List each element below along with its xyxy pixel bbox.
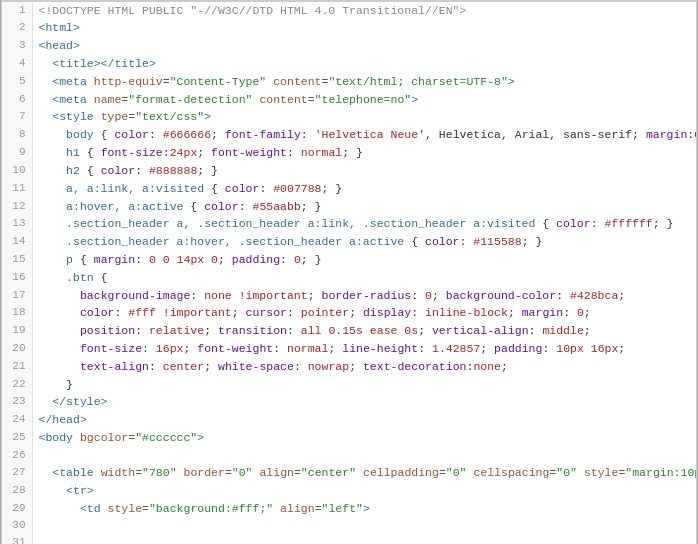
table-row: 7 <style type="text/css">: [2, 108, 696, 126]
line-content: <body bgcolor="#cccccc">: [32, 429, 696, 447]
line-number: 10: [2, 162, 32, 180]
code-table: 1 <!DOCTYPE HTML PUBLIC "-//W3C//DTD HTM…: [2, 2, 696, 544]
line-number: 16: [2, 269, 32, 287]
table-row: 9 h1 { font-size:24px; font-weight: norm…: [2, 144, 696, 162]
line-content: <style type="text/css">: [32, 108, 696, 126]
line-number: 28: [2, 482, 32, 500]
line-content: .btn {: [32, 269, 696, 287]
line-content: h2 { color: #888888; }: [32, 162, 696, 180]
line-number: 3: [2, 37, 32, 55]
table-row: 12 a:hover, a:active { color: #55aabb; }: [2, 198, 696, 216]
table-row: 2 <html>: [2, 19, 696, 37]
table-row: 17 background-image: none !important; bo…: [2, 287, 696, 305]
line-content: [32, 447, 696, 464]
line-content: h1 { font-size:24px; font-weight: normal…: [32, 144, 696, 162]
line-content: </head>: [32, 411, 696, 429]
line-number: 13: [2, 215, 32, 233]
line-content: a, a:link, a:visited { color: #007788; }: [32, 180, 696, 198]
table-row: 29 <td style="background:#fff;" align="l…: [2, 500, 696, 518]
line-content: font-size: 16px; font-weight: normal; li…: [32, 340, 696, 358]
table-row: 27 <table width="780" border="0" align="…: [2, 464, 696, 482]
table-row: 31: [2, 534, 696, 544]
table-row: 21 text-align: center; white-space: nowr…: [2, 358, 696, 376]
line-number: 29: [2, 500, 32, 518]
line-content: <table width="780" border="0" align="cen…: [32, 464, 696, 482]
line-number: 5: [2, 73, 32, 91]
line-content: <meta name="format-detection" content="t…: [32, 91, 696, 109]
table-row: 10 h2 { color: #888888; }: [2, 162, 696, 180]
line-number: 24: [2, 411, 32, 429]
line-number: 18: [2, 304, 32, 322]
line-number: 14: [2, 233, 32, 251]
line-content: [32, 517, 696, 534]
line-content: <!DOCTYPE HTML PUBLIC "-//W3C//DTD HTML …: [32, 2, 696, 20]
table-row: 3 <head>: [2, 37, 696, 55]
line-content: <html>: [32, 19, 696, 37]
line-content: <title></title>: [32, 55, 696, 73]
table-row: 28 <tr>: [2, 482, 696, 500]
line-number: 2: [2, 19, 32, 37]
line-number: 19: [2, 322, 32, 340]
table-row: 6 <meta name="format-detection" content=…: [2, 91, 696, 109]
line-content: a:hover, a:active { color: #55aabb; }: [32, 198, 696, 216]
line-number: 15: [2, 251, 32, 269]
line-content: .section_header a:hover, .section_header…: [32, 233, 696, 251]
line-number: 17: [2, 287, 32, 305]
line-number: 4: [2, 55, 32, 73]
table-row: 24 </head>: [2, 411, 696, 429]
table-row: 14 .section_header a:hover, .section_hea…: [2, 233, 696, 251]
line-content: color: #fff !important; cursor: pointer;…: [32, 304, 696, 322]
table-row: 22 }: [2, 376, 696, 394]
line-number: 7: [2, 108, 32, 126]
line-number: 20: [2, 340, 32, 358]
modal: Modify Email Template × 🖼 Manage images …: [0, 0, 698, 544]
line-content: <head>: [32, 37, 696, 55]
line-number: 26: [2, 447, 32, 464]
line-content: .section_header a, .section_header a:lin…: [32, 215, 696, 233]
table-row: 15 p { margin: 0 0 14px 0; padding: 0; }: [2, 251, 696, 269]
table-row: 25 <body bgcolor="#cccccc">: [2, 429, 696, 447]
line-content: background-image: none !important; borde…: [32, 287, 696, 305]
line-number: 6: [2, 91, 32, 109]
table-row: 8 body { color: #666666; font-family: 'H…: [2, 126, 696, 144]
table-row: 23 </style>: [2, 393, 696, 411]
table-row: 11 a, a:link, a:visited { color: #007788…: [2, 180, 696, 198]
line-content: text-align: center; white-space: nowrap;…: [32, 358, 696, 376]
line-content: position: relative; transition: all 0.15…: [32, 322, 696, 340]
code-area[interactable]: 1 <!DOCTYPE HTML PUBLIC "-//W3C//DTD HTM…: [2, 2, 696, 544]
table-row: 1 <!DOCTYPE HTML PUBLIC "-//W3C//DTD HTM…: [2, 2, 696, 20]
table-row: 18 color: #fff !important; cursor: point…: [2, 304, 696, 322]
line-number: 30: [2, 517, 32, 534]
line-number: 8: [2, 126, 32, 144]
line-content: [32, 534, 696, 544]
line-content: <tr>: [32, 482, 696, 500]
line-number: 27: [2, 464, 32, 482]
table-row: 20 font-size: 16px; font-weight: normal;…: [2, 340, 696, 358]
line-content: <td style="background:#fff;" align="left…: [32, 500, 696, 518]
line-content: }: [32, 376, 696, 394]
table-row: 5 <meta http-equiv="Content-Type" conten…: [2, 73, 696, 91]
line-number: 25: [2, 429, 32, 447]
table-row: 19 position: relative; transition: all 0…: [2, 322, 696, 340]
table-row: 16 .btn {: [2, 269, 696, 287]
table-row: 26: [2, 447, 696, 464]
line-number: 1: [2, 2, 32, 20]
line-number: 23: [2, 393, 32, 411]
code-editor[interactable]: 1 <!DOCTYPE HTML PUBLIC "-//W3C//DTD HTM…: [1, 1, 697, 544]
line-number: 12: [2, 198, 32, 216]
line-content: </style>: [32, 393, 696, 411]
line-content: p { margin: 0 0 14px 0; padding: 0; }: [32, 251, 696, 269]
line-content: <meta http-equiv="Content-Type" content=…: [32, 73, 696, 91]
line-number: 9: [2, 144, 32, 162]
table-row: 4 <title></title>: [2, 55, 696, 73]
line-number: 11: [2, 180, 32, 198]
line-content: body { color: #666666; font-family: 'Hel…: [32, 126, 696, 144]
line-number: 31: [2, 534, 32, 544]
table-row: 13 .section_header a, .section_header a:…: [2, 215, 696, 233]
table-row: 30: [2, 517, 696, 534]
line-number: 22: [2, 376, 32, 394]
line-number: 21: [2, 358, 32, 376]
